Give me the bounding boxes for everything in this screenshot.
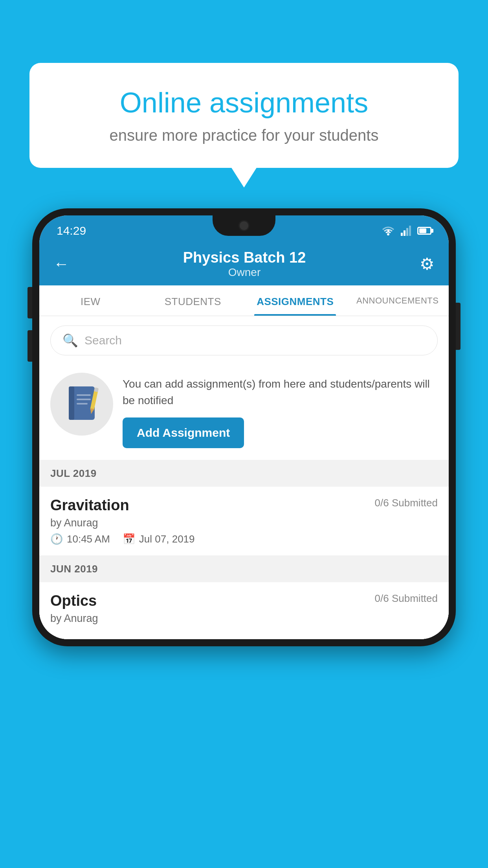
svg-point-0	[387, 233, 389, 235]
tab-assignments[interactable]: ASSIGNMENTS	[244, 285, 347, 316]
promo-icon-circle	[50, 373, 113, 436]
speech-bubble-area: Online assignments ensure more practice …	[29, 63, 459, 168]
svg-rect-3	[406, 228, 408, 236]
month-header-jul: JUL 2019	[39, 460, 449, 487]
add-assignment-button[interactable]: Add Assignment	[123, 417, 244, 448]
phone-wrapper: 14:29	[32, 208, 456, 868]
svg-rect-4	[409, 226, 411, 236]
tab-iew[interactable]: IEW	[39, 285, 142, 316]
bubble-subtitle: ensure more practice for your students	[57, 127, 431, 144]
phone-outer: 14:29	[32, 208, 456, 646]
speech-bubble: Online assignments ensure more practice …	[29, 63, 459, 168]
assignment-row1-optics: Optics 0/6 Submitted	[50, 592, 438, 609]
assignment-meta-gravitation: 🕐 10:45 AM 📅 Jul 07, 2019	[50, 533, 438, 545]
assignment-submitted-gravitation: 0/6 Submitted	[375, 497, 438, 509]
assignment-item-optics[interactable]: Optics 0/6 Submitted by Anurag	[39, 582, 449, 639]
search-placeholder: Search	[84, 334, 122, 347]
svg-rect-1	[401, 233, 403, 236]
bubble-title: Online assignments	[57, 86, 431, 119]
notebook-icon	[64, 384, 99, 424]
tab-announcements[interactable]: ANNOUNCEMENTS	[347, 285, 449, 316]
signal-icon	[401, 226, 412, 236]
svg-rect-2	[404, 230, 405, 236]
assignment-name-optics: Optics	[50, 592, 97, 609]
promo-text: You can add assignment(s) from here and …	[123, 376, 438, 409]
power-button	[456, 303, 460, 350]
wifi-icon	[381, 226, 395, 236]
assignment-time-gravitation: 10:45 AM	[67, 533, 110, 545]
battery-icon	[417, 227, 431, 235]
svg-rect-8	[77, 399, 91, 400]
clock-icon: 🕐	[50, 533, 63, 545]
settings-icon[interactable]: ⚙	[420, 254, 435, 274]
assignment-date-gravitation: Jul 07, 2019	[139, 533, 195, 545]
promo-section: You can add assignment(s) from here and …	[39, 365, 449, 460]
header-subtitle: Owner	[183, 266, 306, 279]
svg-rect-9	[77, 403, 88, 405]
promo-right: You can add assignment(s) from here and …	[123, 373, 438, 448]
app-header: ← Physics Batch 12 Owner ⚙	[39, 242, 449, 285]
phone-notch	[213, 215, 275, 236]
tabs-bar: IEW STUDENTS ASSIGNMENTS ANNOUNCEMENTS	[39, 285, 449, 316]
svg-rect-6	[69, 386, 74, 420]
assignment-by-optics: by Anurag	[50, 612, 438, 625]
search-bar[interactable]: 🔍 Search	[50, 326, 438, 355]
assignment-row1: Gravitation 0/6 Submitted	[50, 497, 438, 514]
svg-rect-7	[77, 394, 91, 396]
tab-students[interactable]: STUDENTS	[142, 285, 244, 316]
phone-camera	[238, 220, 250, 231]
assignment-submitted-optics: 0/6 Submitted	[375, 592, 438, 605]
back-button[interactable]: ←	[53, 255, 69, 273]
svg-rect-12	[94, 388, 99, 392]
month-header-jun: JUN 2019	[39, 556, 449, 582]
assignment-item-gravitation[interactable]: Gravitation 0/6 Submitted by Anurag 🕐 10…	[39, 487, 449, 556]
meta-date-gravitation: 📅 Jul 07, 2019	[123, 533, 195, 545]
status-time: 14:29	[57, 224, 86, 237]
assignment-name-gravitation: Gravitation	[50, 497, 129, 514]
assignment-by-gravitation: by Anurag	[50, 517, 438, 529]
search-icon: 🔍	[62, 333, 78, 348]
header-title: Physics Batch 12	[183, 249, 306, 266]
battery-fill	[419, 228, 426, 233]
calendar-icon: 📅	[123, 533, 135, 545]
status-icons	[381, 226, 431, 236]
volume-up-button	[28, 287, 32, 318]
meta-time-gravitation: 🕐 10:45 AM	[50, 533, 110, 545]
header-title-area: Physics Batch 12 Owner	[183, 249, 306, 279]
content-area: 🔍 Search	[39, 316, 449, 639]
phone-screen: 14:29	[39, 215, 449, 639]
volume-down-button	[28, 330, 32, 362]
